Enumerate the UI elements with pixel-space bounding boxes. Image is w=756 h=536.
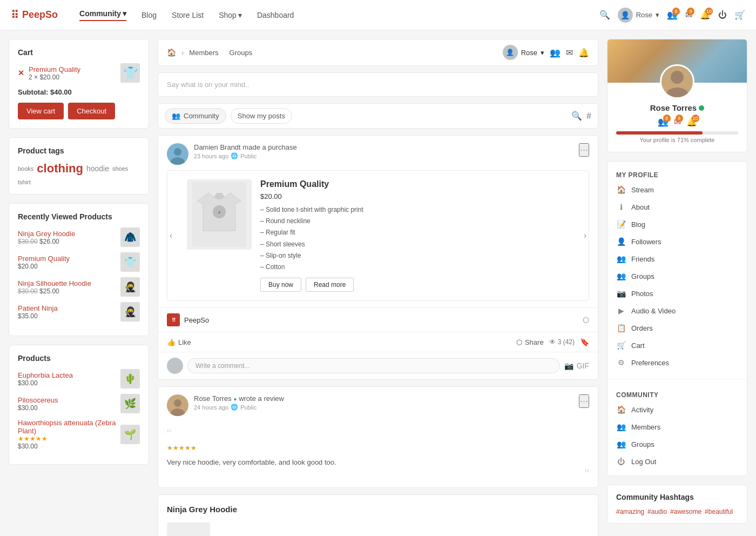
nav-store-list[interactable]: Store List	[172, 11, 204, 19]
post-card-ninja: Ninja Grey Hoodie 🧥 $30.00 $26.00	[158, 494, 598, 536]
status-input[interactable]: Say what is on your mind..	[158, 72, 598, 97]
hashtag-awesome[interactable]: #awesome	[670, 508, 701, 515]
menu-cart[interactable]: 🛒 Cart	[608, 337, 747, 354]
friends-icon-button[interactable]: 👥 8	[667, 10, 678, 20]
sub-nav-messages-button[interactable]: ✉	[566, 48, 573, 58]
read-more-button[interactable]: Read more	[306, 278, 354, 292]
followers-icon: 👤	[616, 237, 626, 246]
friends-badge: 8	[672, 8, 680, 15]
post-author-name: Rose Torres ● wrote a review	[194, 394, 573, 403]
menu-followers[interactable]: 👤 Followers	[608, 233, 747, 250]
share-button[interactable]: ⬡ Share	[516, 338, 544, 346]
products-title: Products	[18, 354, 140, 363]
product-name-patient[interactable]: Patient Ninja	[18, 304, 116, 312]
cart-item-name[interactable]: Premium Quality	[29, 65, 80, 73]
review-content: " ★★★★★ Very nice hoodie, very comfortab…	[158, 421, 598, 487]
product-name-silhouette[interactable]: Ninja Silhouette Hoodie	[18, 279, 116, 287]
share-icon-button[interactable]: ⬡	[583, 316, 589, 324]
list-item: Haworthiopsis attenuata (Zebra Plant) ★★…	[18, 419, 140, 450]
profile-progress-fill	[616, 131, 703, 135]
tag-hoodie[interactable]: hoodie	[86, 164, 109, 173]
menu-members[interactable]: 👥 Members	[608, 418, 747, 435]
feed-search-button[interactable]: 🔍	[571, 111, 582, 121]
menu-logout[interactable]: ⏻ Log Out	[608, 453, 747, 470]
nav-shop[interactable]: Shop ▾	[219, 11, 242, 19]
buy-now-button[interactable]: Buy now	[260, 278, 301, 292]
activity-icon: 🏠	[616, 405, 626, 414]
menu-preferences[interactable]: ⚙ Preferences	[608, 354, 747, 371]
nav-community[interactable]: Community ▾	[79, 9, 126, 21]
home-icon[interactable]: 🏠	[167, 48, 176, 57]
product-prev-button[interactable]: ‹	[170, 231, 172, 240]
product-name-haworthiopsis[interactable]: Haworthiopsis attenuata (Zebra Plant)	[18, 419, 116, 435]
comment-image-button[interactable]: 📷	[564, 361, 573, 370]
profile-friends-button[interactable]: 👥 8	[658, 117, 669, 127]
tag-books[interactable]: books	[18, 165, 33, 172]
search-button[interactable]: 🔍	[599, 10, 610, 20]
menu-groups[interactable]: 👥 Groups	[608, 267, 747, 285]
profile-messages-button[interactable]: ✉ 9	[674, 117, 681, 127]
sub-nav-user: 👤 Rose ▾	[503, 45, 544, 60]
profile-name: Rose Torres	[616, 103, 738, 112]
tag-tshirt[interactable]: tshirt	[18, 179, 31, 185]
post-more-button[interactable]: ···	[579, 143, 589, 157]
cart-remove-button[interactable]: ✕	[18, 69, 24, 77]
hashtag-beautiful[interactable]: #beautiful	[705, 508, 733, 515]
tag-clothing[interactable]: clothing	[37, 162, 83, 176]
product-name-euphorbia[interactable]: Euphorbia Lactea	[18, 371, 116, 379]
post-author-avatar	[167, 394, 188, 416]
community-filter-button[interactable]: 👥 Community	[165, 108, 226, 124]
sub-nav-notifications-button[interactable]: 🔔	[578, 48, 589, 58]
post-more-button[interactable]: ···	[579, 394, 589, 408]
comment-input[interactable]: Write a comment...	[187, 358, 560, 373]
comment-gif-button[interactable]: GIF	[577, 361, 589, 370]
menu-stream[interactable]: 🏠 Stream	[608, 181, 747, 198]
product-feature-image: ✦	[187, 179, 252, 250]
nav-groups[interactable]: Groups	[230, 49, 253, 57]
power-icon-button[interactable]: ⏻	[718, 10, 727, 20]
bookmark-button[interactable]: 🔖	[580, 338, 589, 346]
profile-menu: My Profile 🏠 Stream ℹ About 📝 Blog 👤 Fol…	[607, 161, 747, 476]
notifications-icon-button[interactable]: 🔔 10	[700, 10, 711, 20]
sub-nav-friends-button[interactable]: 👥	[550, 48, 561, 58]
view-cart-button[interactable]: View cart	[18, 103, 64, 119]
menu-orders[interactable]: 📋 Orders	[608, 319, 747, 337]
tag-shoes[interactable]: shoes	[112, 165, 128, 172]
notifications-badge: 10	[705, 8, 713, 15]
product-name-pilosocereus[interactable]: Pilosocereus	[18, 396, 116, 404]
menu-friends[interactable]: 👥 Friends	[608, 250, 747, 267]
product-price: $30.00 $26.00	[18, 238, 116, 245]
post-header: Ninja Grey Hoodie	[158, 495, 598, 522]
list-item: Ninja Silhouette Hoodie $30.00 $25.00 🥷	[18, 277, 140, 297]
nav-dashboard[interactable]: Dashboard	[257, 11, 294, 19]
info-icon: ℹ	[616, 203, 626, 211]
product-next-button[interactable]: ›	[584, 231, 586, 240]
product-price: $30.00 $25.00	[18, 287, 116, 295]
menu-photos[interactable]: 📷 Photos	[608, 285, 747, 302]
friends-icon: 👥	[616, 254, 626, 263]
feed-hashtag-button[interactable]: #	[586, 111, 591, 121]
user-menu-button[interactable]: 👤 Rose ▾	[618, 8, 659, 23]
menu-about[interactable]: ℹ About	[608, 198, 747, 216]
hashtag-amazing[interactable]: #amazing	[616, 508, 644, 515]
like-button[interactable]: 👍 Like	[167, 338, 191, 346]
show-my-posts-button[interactable]: Show my posts	[231, 108, 292, 124]
product-name-premium[interactable]: Premium Quality	[18, 254, 116, 263]
messages-icon-button[interactable]: ✉ 9	[685, 10, 692, 20]
views-icon: 👁	[549, 338, 556, 346]
logo[interactable]: ⠿ PeepSo	[11, 9, 58, 22]
cart-icon-button[interactable]: 🛒	[734, 10, 745, 20]
svg-text:✦: ✦	[217, 210, 221, 216]
product-name-ninja-grey[interactable]: Ninja Grey Hoodie	[18, 230, 116, 238]
profile-notifications-button[interactable]: 🔔 10	[686, 117, 697, 127]
hashtag-audio[interactable]: #audio	[647, 508, 667, 515]
menu-community-groups[interactable]: 👥 Groups	[608, 435, 747, 453]
checkout-button[interactable]: Checkout	[68, 103, 115, 119]
menu-blog[interactable]: 📝 Blog	[608, 216, 747, 233]
menu-audio-video[interactable]: ▶ Audio & Video	[608, 302, 747, 319]
blog-icon: 📝	[616, 220, 626, 229]
nav-members[interactable]: Members	[189, 49, 218, 57]
menu-activity[interactable]: 🏠 Activity	[608, 401, 747, 418]
product-feature-name: Premium Quality	[260, 179, 580, 189]
nav-blog[interactable]: Blog	[141, 11, 157, 19]
